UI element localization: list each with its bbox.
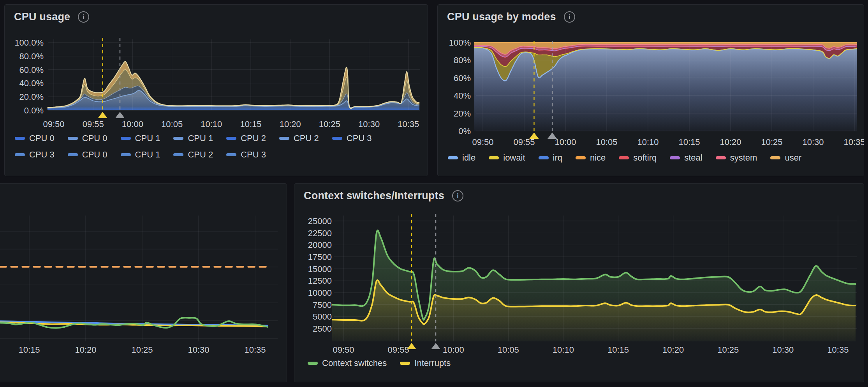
legend: idleiowaitirqnicesoftirqstealsystemuser <box>448 153 801 163</box>
legend: CPU 0CPU 0CPU 1CPU 1CPU 2CPU 2CPU 3CPU 3… <box>15 133 372 160</box>
legend-item[interactable]: CPU 0 <box>15 133 55 143</box>
x-tick-label: 09:50 <box>472 137 493 147</box>
legend-item[interactable]: CPU 3 <box>15 150 55 160</box>
legend-swatch <box>68 153 78 156</box>
legend-swatch <box>226 137 236 140</box>
y-tick-label: 40.0% <box>19 78 44 88</box>
legend-item[interactable]: user <box>770 153 801 163</box>
x-tick-label: 10:20 <box>662 345 684 355</box>
legend-label: Context switches <box>322 358 387 368</box>
y-tick-label: 80.0% <box>19 51 44 61</box>
y-tick-label: 7500 <box>313 300 332 310</box>
legend-item[interactable]: Interrupts <box>400 358 451 368</box>
legend-swatch <box>68 137 78 140</box>
legend-swatch <box>670 156 680 159</box>
legend-item[interactable]: idle <box>448 153 475 163</box>
legend-swatch <box>576 156 586 159</box>
y-tick-label: 0.0% <box>24 106 44 115</box>
legend-label: CPU 0 <box>82 133 107 143</box>
y-tick-label: 12500 <box>308 276 332 286</box>
legend-item[interactable]: CPU 1 <box>121 133 160 143</box>
legend-label: iowait <box>503 153 525 163</box>
x-tick-label: 10:35 <box>398 119 419 129</box>
x-tick-label: 10:10 <box>553 345 574 355</box>
legend-row: CPU 3CPU 0CPU 1CPU 2CPU 3 <box>15 150 372 160</box>
info-icon[interactable] <box>452 190 463 201</box>
legend-label: CPU 0 <box>82 150 107 160</box>
legend-swatch <box>332 137 342 140</box>
legend-row: idleiowaitirqnicesoftirqstealsystemuser <box>448 153 801 163</box>
x-tick-label: 10:25 <box>717 345 739 355</box>
legend-row: Context switchesInterrupts <box>308 358 451 368</box>
y-tick-label: 15000 <box>308 264 332 274</box>
x-tick-label: 09:50 <box>333 345 354 355</box>
x-tick-label: 10:15 <box>678 137 700 147</box>
y-tick-label: 60.0% <box>19 65 44 75</box>
legend-swatch <box>15 137 25 140</box>
legend-item[interactable]: Context switches <box>308 358 387 368</box>
x-tick-label: 10:05 <box>596 137 617 147</box>
context-switches-chart[interactable]: 09:5009:5510:0010:0510:1010:1510:2010:25… <box>294 184 864 382</box>
legend-swatch <box>173 137 183 140</box>
panel-context-switches-interrupts: Context switches/Interrupts 09:5009:5510… <box>294 183 864 382</box>
legend-row: CPU 0CPU 0CPU 1CPU 1CPU 2CPU 2CPU 3 <box>15 133 372 143</box>
y-tick-label: 2500 <box>313 324 332 334</box>
legend-item[interactable]: system <box>716 153 757 163</box>
x-tick-label: 10:00 <box>443 345 464 355</box>
legend-item[interactable]: CPU 2 <box>226 133 266 143</box>
legend-label: CPU 1 <box>188 133 213 143</box>
y-tick-label: 20% <box>454 109 471 118</box>
legend-label: CPU 2 <box>188 150 213 160</box>
legend-label: idle <box>462 153 475 163</box>
legend-item[interactable]: CPU 2 <box>173 150 213 160</box>
x-tick-label: 10:20 <box>720 137 741 147</box>
legend-label: CPU 3 <box>29 150 55 160</box>
x-tick-label: 10:25 <box>319 119 340 129</box>
legend-swatch <box>279 137 289 140</box>
cropped-line-chart[interactable]: 10:1510:2010:2510:3010:35 <box>0 184 287 382</box>
legend-item[interactable]: iowait <box>489 153 525 163</box>
legend-swatch <box>716 156 726 159</box>
x-tick-label: 09:55 <box>388 345 409 355</box>
x-tick-label: 10:00 <box>555 137 576 147</box>
legend-label: CPU 3 <box>347 133 372 143</box>
legend-label: irq <box>553 153 562 163</box>
legend-item[interactable]: irq <box>539 153 562 163</box>
legend-item[interactable]: CPU 0 <box>68 133 107 143</box>
dashboard: CPU usage 09:5009:5510:0010:0510:1010:15… <box>0 0 868 387</box>
panel-header: CPU usage by modes <box>447 11 575 23</box>
legend-swatch <box>770 156 780 159</box>
legend-label: CPU 1 <box>135 133 160 143</box>
legend-label: steal <box>684 153 702 163</box>
info-icon[interactable] <box>78 11 89 23</box>
cpu-usage-by-modes-chart[interactable]: 09:5009:5510:0010:0510:1010:1510:2010:25… <box>438 5 864 176</box>
x-tick-label: 10:30 <box>358 119 380 129</box>
x-tick-label: 10:15 <box>240 119 261 129</box>
legend: Context switchesInterrupts <box>308 358 451 368</box>
legend-item[interactable]: nice <box>576 153 606 163</box>
x-tick-label: 10:05 <box>498 345 519 355</box>
legend-swatch <box>539 156 549 159</box>
legend-label: softirq <box>633 153 657 163</box>
x-tick-label: 10:20 <box>75 345 96 355</box>
panel-header: CPU usage <box>14 11 89 23</box>
legend-item[interactable]: softirq <box>619 153 657 163</box>
panel-cpu-usage-by-modes: CPU usage by modes 09:5009:5510:0010:051… <box>437 4 864 176</box>
legend-item[interactable]: CPU 3 <box>332 133 372 143</box>
x-tick-label: 10:10 <box>201 119 222 129</box>
legend-item[interactable]: CPU 1 <box>173 133 213 143</box>
legend-item[interactable]: CPU 1 <box>121 150 160 160</box>
x-tick-label: 10:30 <box>188 345 209 355</box>
info-icon[interactable] <box>564 11 575 23</box>
legend-item[interactable]: CPU 3 <box>226 150 266 160</box>
legend-item[interactable]: CPU 2 <box>279 133 319 143</box>
y-tick-label: 80% <box>454 55 471 65</box>
legend-label: CPU 2 <box>294 133 319 143</box>
panel-title: CPU usage <box>14 11 70 23</box>
legend-item[interactable]: steal <box>670 153 702 163</box>
x-tick-label: 10:35 <box>843 137 864 147</box>
panel-title: CPU usage by modes <box>447 11 556 23</box>
x-tick-label: 10:05 <box>161 119 183 129</box>
panel-header: Context switches/Interrupts <box>304 190 463 202</box>
legend-item[interactable]: CPU 0 <box>68 150 107 160</box>
